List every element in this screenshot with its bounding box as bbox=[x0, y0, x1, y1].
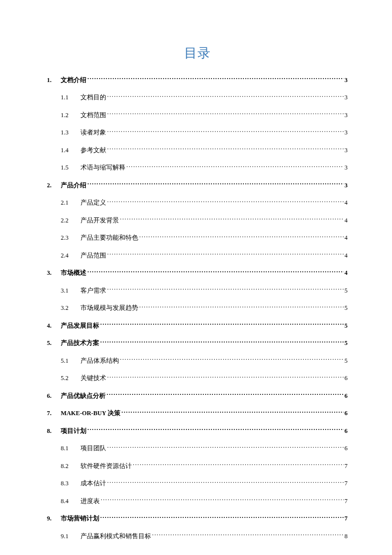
toc-entry-leader bbox=[87, 181, 344, 187]
toc-entry-label: 文档介绍 bbox=[61, 76, 86, 85]
toc-entry-label: 文档目的 bbox=[80, 93, 106, 102]
toc-entry-number: 1.5 bbox=[61, 164, 80, 172]
toc-entry-leader bbox=[100, 514, 344, 521]
toc-entry-leader bbox=[100, 339, 344, 345]
toc-entry-page: 5 bbox=[345, 357, 348, 366]
toc-entry: 5.2关键技术6 bbox=[47, 374, 348, 383]
toc-entry-label: 术语与缩写解释 bbox=[80, 164, 125, 172]
toc-entry-number: 2. bbox=[47, 181, 61, 190]
toc-entry-page: 3 bbox=[345, 76, 348, 85]
toc-entry-leader bbox=[107, 93, 344, 100]
toc-entry-leader bbox=[107, 146, 344, 152]
toc-entry-label: 项目团队 bbox=[80, 444, 106, 453]
toc-entry-leader bbox=[107, 128, 344, 135]
toc-entry-label: 市场概述 bbox=[61, 269, 86, 278]
toc-entry-leader bbox=[101, 497, 344, 503]
toc-entry: 5.1产品体系结构5 bbox=[47, 356, 348, 365]
toc-entry-number: 7. bbox=[47, 409, 61, 418]
toc-entry-label: 产品范围 bbox=[80, 252, 106, 260]
toc-entry-label: 产品优缺点分析 bbox=[61, 392, 106, 401]
toc-entry-leader bbox=[121, 409, 344, 416]
toc-entry-label: 产品开发背景 bbox=[80, 216, 119, 225]
toc-entry-page: 4 bbox=[345, 234, 348, 243]
toc-entry-number: 5.1 bbox=[61, 357, 80, 366]
toc-entry-number: 1.2 bbox=[61, 111, 80, 120]
toc-entry: 2.2产品开发背景4 bbox=[47, 216, 348, 225]
toc-entry-number: 8.2 bbox=[61, 462, 80, 471]
toc-entry-page: 4 bbox=[345, 269, 348, 278]
toc-entry-page: 7 bbox=[345, 462, 348, 471]
toc-entry-leader bbox=[107, 111, 344, 117]
toc-entry: 3.1客户需求5 bbox=[47, 286, 348, 295]
toc-entry: 6.产品优缺点分析6 bbox=[47, 391, 348, 400]
toc-entry-page: 3 bbox=[345, 111, 348, 120]
toc-entry-label: 市场规模与发展趋势 bbox=[80, 304, 138, 313]
toc-entry: 2.产品介绍3 bbox=[47, 181, 348, 190]
toc-entry-number: 1.3 bbox=[61, 128, 80, 137]
toc-entry: 8.3成本估计7 bbox=[47, 479, 348, 488]
toc-entry-label: 项目计划 bbox=[61, 427, 86, 436]
toc-entry-number: 2.3 bbox=[61, 234, 80, 243]
toc-entry: 8.2软件硬件资源估计7 bbox=[47, 462, 348, 470]
toc-entry-label: 成本估计 bbox=[80, 479, 106, 488]
toc-entry-leader bbox=[139, 304, 344, 310]
toc-entry-leader bbox=[107, 374, 344, 381]
toc-entry-leader bbox=[107, 444, 344, 451]
toc-entry: 8.4进度表7 bbox=[47, 497, 348, 506]
toc-entry: 1.2文档范围3 bbox=[47, 111, 348, 120]
toc-entry: 1.1文档目的3 bbox=[47, 93, 348, 102]
toc-entry-label: 软件硬件资源估计 bbox=[80, 462, 132, 471]
toc-entry-label: 产品体系结构 bbox=[80, 357, 119, 366]
toc-entry-number: 8. bbox=[47, 427, 61, 436]
toc-entry-label: 产品赢利模式和销售目标 bbox=[80, 532, 151, 541]
toc-entry-number: 1.1 bbox=[61, 93, 80, 102]
toc-entry-number: 9.1 bbox=[61, 532, 80, 541]
toc-entry: 2.3产品主要功能和特色4 bbox=[47, 234, 348, 243]
toc-entry-page: 4 bbox=[345, 216, 348, 225]
toc-entry-page: 5 bbox=[345, 304, 348, 313]
toc-entry-number: 1. bbox=[47, 76, 61, 85]
toc-entry-leader bbox=[107, 251, 344, 257]
toc-entry-label: 关键技术 bbox=[80, 374, 106, 383]
toc-entry-label: 文档范围 bbox=[80, 111, 106, 120]
toc-entry-page: 7 bbox=[345, 514, 348, 523]
toc-entry-number: 8.4 bbox=[61, 497, 80, 506]
toc-entry-number: 9. bbox=[47, 514, 61, 523]
toc-entry-label: 产品介绍 bbox=[61, 181, 86, 190]
toc-entry-leader bbox=[87, 269, 344, 275]
toc-entry: 2.1产品定义4 bbox=[47, 199, 348, 208]
toc-entry: 3.市场概述4 bbox=[47, 269, 348, 278]
toc-entry-number: 4. bbox=[47, 322, 61, 331]
toc-entry-label: 产品技术方案 bbox=[61, 339, 99, 348]
toc-entry: 1.4参考文献3 bbox=[47, 146, 348, 155]
toc-entry-number: 5. bbox=[47, 339, 61, 348]
toc-entry-page: 5 bbox=[345, 322, 348, 331]
toc-entry: 5.产品技术方案5 bbox=[47, 339, 348, 348]
toc-entry-page: 6 bbox=[345, 392, 348, 401]
toc-entry: 3.2市场规模与发展趋势5 bbox=[47, 304, 348, 313]
toc-entry-label: 参考文献 bbox=[80, 146, 106, 155]
toc-entry-page: 7 bbox=[345, 497, 348, 506]
toc-entry-leader bbox=[126, 164, 344, 170]
toc-entry-page: 3 bbox=[345, 164, 348, 172]
toc-entry: 9.1产品赢利模式和销售目标8 bbox=[47, 532, 348, 541]
toc-entry-page: 3 bbox=[345, 146, 348, 155]
toc-entry-page: 5 bbox=[345, 339, 348, 348]
toc-entry: 1.文档介绍3 bbox=[47, 76, 348, 85]
toc-entry-leader bbox=[152, 532, 344, 538]
toc-entry-number: 8.3 bbox=[61, 479, 80, 488]
toc-entry-page: 3 bbox=[345, 128, 348, 137]
toc-entry: 4.产品发展目标5 bbox=[47, 321, 348, 330]
toc-entry-leader bbox=[133, 462, 344, 468]
toc-entry-label: 产品发展目标 bbox=[61, 322, 99, 331]
toc-entry-leader bbox=[120, 216, 344, 222]
toc-entry: 2.4产品范围4 bbox=[47, 251, 348, 260]
toc-title: 目录 bbox=[47, 44, 348, 62]
toc-entry: 9.市场营销计划7 bbox=[47, 514, 348, 523]
toc-entry-label: MAKE-OR-BUY 决策 bbox=[61, 409, 120, 418]
toc-entry-label: 市场营销计划 bbox=[61, 514, 99, 523]
toc-entry-label: 进度表 bbox=[80, 497, 100, 506]
toc-entry-label: 产品定义 bbox=[80, 199, 106, 208]
toc-entry-number: 3.1 bbox=[61, 287, 80, 296]
toc-entry-page: 5 bbox=[345, 287, 348, 296]
